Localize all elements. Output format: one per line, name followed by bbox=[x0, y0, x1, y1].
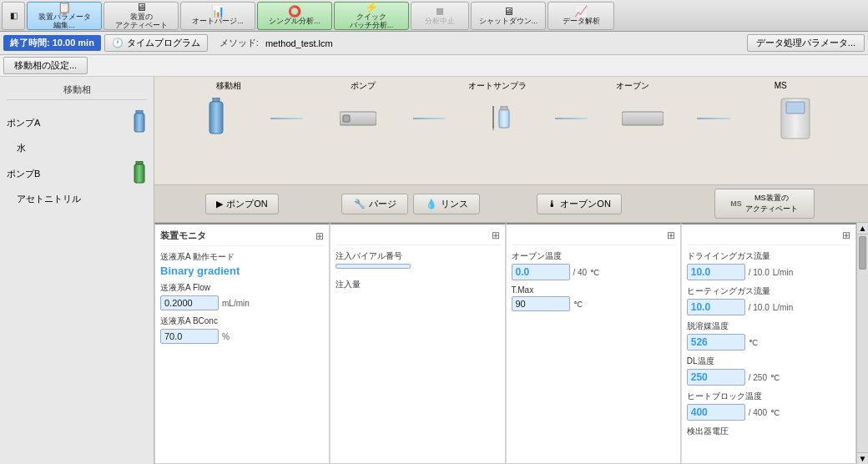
pump-a-bottle-icon bbox=[132, 110, 147, 135]
device-params-label: 装置パラメータ 編集... bbox=[38, 13, 91, 30]
heating-gas-input[interactable]: 10.0 bbox=[687, 299, 745, 315]
svg-rect-5 bbox=[209, 102, 223, 134]
svg-rect-12 bbox=[622, 112, 664, 125]
section-mobile-label: 移動相 bbox=[216, 81, 241, 90]
panel-grid-icon-3[interactable]: ⊞ bbox=[667, 229, 675, 241]
oven-on-btn[interactable]: 🌡 オーブンON bbox=[537, 194, 622, 214]
method-label: メソッド: bbox=[220, 37, 259, 49]
scrollbar[interactable]: ▲ ▼ bbox=[856, 223, 868, 464]
tmax-input[interactable]: 90 bbox=[512, 296, 570, 311]
purge-icon: 🔧 bbox=[354, 199, 366, 209]
rinse-btn[interactable]: 💧 リンス bbox=[413, 194, 480, 214]
ms-activate-label: MS装置の アクティベート bbox=[745, 193, 798, 214]
pump-mode-value: Binary gradient bbox=[160, 265, 324, 277]
pump-icon bbox=[340, 110, 376, 127]
mobile-phase-bottle bbox=[207, 98, 225, 139]
scroll-up-btn[interactable]: ▲ bbox=[857, 223, 868, 235]
pump-bconc-unit: % bbox=[222, 332, 230, 341]
monitor-area: 装置モニタ ⊞ 送液系A 動作モード Binary gradient 送液系A … bbox=[154, 223, 868, 464]
svg-rect-10 bbox=[499, 109, 509, 128]
scroll-thumb[interactable] bbox=[859, 236, 866, 270]
device-params-icon: 📋 bbox=[58, 1, 71, 13]
panel-grid-icon-1[interactable]: ⊞ bbox=[315, 230, 324, 242]
desolv-temp-label: 脱溶媒温度 bbox=[687, 320, 850, 332]
second-row: 終了時間: 10.00 min 🕐 タイムプログラム メソッド: method_… bbox=[0, 32, 868, 55]
svg-marker-9 bbox=[492, 126, 494, 131]
dl-temp-input[interactable]: 250 bbox=[687, 369, 745, 386]
oven-monitor-panel: ⊞ オーブン温度 0.0 / 40 ℃ T.Max 90 bbox=[506, 223, 681, 464]
pump-on-btn[interactable]: ▶ ポンプON bbox=[205, 194, 279, 214]
desolv-temp-row: 526 ℃ bbox=[687, 334, 850, 351]
heat-block-row: 400 / 400 ℃ bbox=[687, 404, 850, 421]
clock-icon: 🕐 bbox=[112, 38, 124, 48]
pump-a-label: ポンプA bbox=[7, 117, 40, 129]
shutdown-btn[interactable]: 🖥 シャットダウン... bbox=[471, 2, 546, 30]
device-activate-btn[interactable]: 🖥 装置の アクティベート bbox=[103, 2, 179, 30]
device-activate-label: 装置の アクティベート bbox=[115, 13, 168, 30]
vial-number-input[interactable] bbox=[336, 264, 411, 269]
stop-analysis-btn[interactable]: ⏹ 分析中止 bbox=[411, 2, 469, 30]
single-analysis-icon: ⭕ bbox=[288, 5, 301, 18]
data-process-btn[interactable]: データ処理パラメータ... bbox=[747, 34, 865, 52]
pump-b-label: ポンプB bbox=[7, 168, 40, 180]
water-item: 水 bbox=[7, 142, 147, 154]
purge-btn[interactable]: 🔧 パージ bbox=[341, 194, 408, 214]
third-row: 移動相の設定... bbox=[0, 55, 868, 77]
oven-icon bbox=[622, 111, 664, 126]
end-time-badge: 終了時間: 10.00 min bbox=[3, 35, 101, 51]
acetonitrile-item: アセトニトリル bbox=[7, 193, 147, 205]
mobile-phase-btn[interactable]: 移動相の設定... bbox=[3, 57, 88, 74]
ms-activate-btn[interactable]: MS MS装置の アクティベート bbox=[714, 189, 815, 219]
mobile-phase-label: 移動相の設定... bbox=[14, 60, 77, 70]
auto-purge-label: オートパージ... bbox=[192, 18, 244, 26]
data-analysis-btn[interactable]: 📈 データ解析 bbox=[548, 2, 614, 30]
monitor-title: 装置モニタ bbox=[160, 229, 206, 242]
time-program-btn[interactable]: 🕐 タイムプログラム bbox=[104, 34, 208, 52]
svg-rect-1 bbox=[134, 113, 144, 132]
auto-purge-btn[interactable]: 📊 オートパージ... bbox=[180, 2, 255, 30]
pump-on-icon: ▶ bbox=[216, 199, 223, 209]
pump-b-item: ポンプB bbox=[7, 161, 147, 186]
svg-rect-0 bbox=[136, 110, 143, 113]
single-analysis-btn[interactable]: ⭕ シングル分析... bbox=[257, 2, 332, 30]
svg-rect-7 bbox=[343, 115, 350, 122]
ms-monitor-panel: ⊞ ドライイングガス流量 10.0 / 10.0 L/min ヒーティングガス流… bbox=[681, 223, 856, 464]
pump-a-item: ポンプA bbox=[7, 110, 147, 135]
drying-gas-input[interactable]: 10.0 bbox=[687, 264, 745, 280]
pump-bconc-row: 70.0 % bbox=[160, 329, 324, 344]
detector-voltage-label: 検出器電圧 bbox=[687, 426, 850, 437]
left-sidebar: 移動相 ポンプA 水 ポンプB bbox=[0, 77, 154, 464]
pump-flow-input[interactable]: 0.2000 bbox=[160, 295, 219, 310]
sidebar-toggle-btn[interactable]: ◧ bbox=[2, 2, 25, 30]
svg-rect-4 bbox=[213, 98, 220, 102]
end-time-label: 終了時間: 10.00 min bbox=[10, 38, 94, 48]
device-params-btn[interactable]: 📋 装置パラメータ 編集... bbox=[27, 2, 102, 30]
vial-number-row bbox=[336, 264, 499, 269]
water-label: 水 bbox=[17, 142, 26, 154]
oven-temp-input[interactable]: 0.0 bbox=[512, 264, 570, 280]
quick-batch-label: クイック バッチ分析... bbox=[350, 13, 394, 30]
desolv-temp-input[interactable]: 526 bbox=[687, 334, 745, 351]
pump-flow-unit: mL/min bbox=[222, 299, 250, 308]
panel-grid-icon-2[interactable]: ⊞ bbox=[492, 229, 500, 241]
rinse-icon: 💧 bbox=[426, 199, 437, 209]
quick-batch-icon: ⚡ bbox=[365, 1, 378, 13]
svg-rect-3 bbox=[134, 164, 144, 183]
heating-gas-label: ヒーティングガス流量 bbox=[687, 285, 850, 297]
section-ms-label: MS bbox=[775, 81, 787, 90]
quick-batch-btn[interactable]: ⚡ クイック バッチ分析... bbox=[334, 2, 409, 30]
tmax-label: T.Max bbox=[512, 285, 675, 295]
purge-label: パージ bbox=[369, 198, 396, 210]
pump-bconc-input[interactable]: 70.0 bbox=[160, 329, 219, 344]
right-content: 移動相 ポンプ オートサンプラ オーブン MS bbox=[154, 77, 868, 464]
heat-block-input[interactable]: 400 bbox=[687, 404, 745, 421]
scroll-down-btn[interactable]: ▼ bbox=[857, 452, 868, 464]
data-process-label: データ処理パラメータ... bbox=[756, 38, 855, 48]
panel-grid-icon-4[interactable]: ⊞ bbox=[842, 229, 850, 241]
auto-purge-icon: 📊 bbox=[211, 5, 225, 18]
svg-rect-2 bbox=[136, 161, 143, 164]
stop-analysis-label: 分析中止 bbox=[425, 18, 455, 26]
sidebar-title: 移動相 bbox=[7, 83, 147, 100]
pump-b-bottle-icon bbox=[132, 161, 147, 186]
pump-mode-label: 送液系A 動作モード bbox=[160, 251, 324, 263]
